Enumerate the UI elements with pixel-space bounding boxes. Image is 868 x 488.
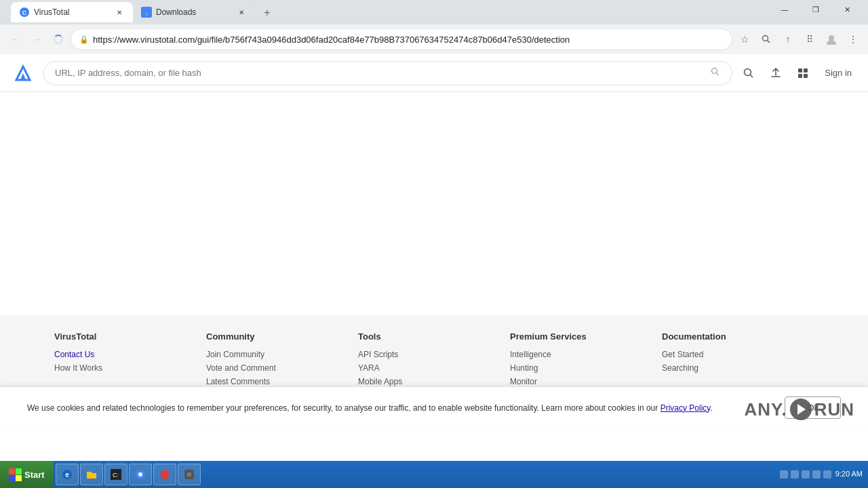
svg-rect-21 <box>16 475 22 481</box>
lock-icon: 🔒 <box>79 35 89 44</box>
svg-rect-19 <box>16 468 22 474</box>
address-bar[interactable]: 🔒 <box>71 28 732 50</box>
upload-icon[interactable]: ↑ <box>778 30 797 49</box>
footer-link-how-it-works[interactable]: How It Works <box>54 363 206 373</box>
footer-link-get-started[interactable]: Get Started <box>662 350 814 359</box>
svg-rect-14 <box>798 68 802 73</box>
footer-link-hunting[interactable]: Hunting <box>510 363 662 373</box>
start-button[interactable]: Start <box>0 461 53 488</box>
svg-point-10 <box>712 68 717 74</box>
footer-link-api-scripts[interactable]: API Scripts <box>358 350 510 359</box>
cmd-icon: C: <box>111 469 121 480</box>
virustotal-favicon: C <box>19 7 30 18</box>
footer-col-tools: Tools API Scripts YARA Mobile Apps <box>358 331 510 390</box>
search-icon[interactable] <box>757 30 776 49</box>
footer-link-vote-comment[interactable]: Vote and Comment <box>206 363 358 373</box>
footer-col-community-title: Community <box>206 331 358 342</box>
menu-icon[interactable]: ⋮ <box>844 30 863 49</box>
sys-icon-5 <box>823 470 831 479</box>
ie-icon: e <box>62 469 73 480</box>
forward-button[interactable]: → <box>27 30 46 49</box>
svg-text:C:: C: <box>113 472 119 479</box>
bookmark-button[interactable]: ☆ <box>735 30 754 49</box>
footer-link-join-community[interactable]: Join Community <box>206 350 358 359</box>
anyrun-run: RUN <box>814 399 854 420</box>
footer-link-contact-us[interactable]: Contact Us <box>54 350 206 359</box>
minimize-button[interactable]: — <box>769 0 800 19</box>
vt-grid-button[interactable] <box>792 62 814 84</box>
svg-line-13 <box>751 75 753 77</box>
svg-rect-17 <box>804 74 808 78</box>
maximize-button[interactable]: ❐ <box>800 0 831 19</box>
vt-search-icon[interactable] <box>710 66 721 79</box>
footer-link-monitor[interactable]: Monitor <box>510 377 662 386</box>
anyrun-any: ANY. <box>744 399 787 420</box>
main-content <box>0 92 868 296</box>
disk-icon <box>184 469 195 480</box>
svg-rect-15 <box>804 68 808 73</box>
sys-icon-2 <box>791 470 799 479</box>
svg-text:e: e <box>65 471 69 479</box>
taskbar-shield[interactable] <box>153 464 176 485</box>
tab-virustotal-close[interactable]: ✕ <box>114 7 125 18</box>
window-controls: — ❐ ✕ <box>769 0 863 19</box>
taskbar-chrome[interactable] <box>129 464 152 485</box>
address-input[interactable] <box>93 35 724 45</box>
footer-link-latest-comments[interactable]: Latest Comments <box>206 377 358 386</box>
footer-col-docs: Documentation Get Started Searching <box>662 331 814 390</box>
clock: 9:20 AM <box>835 469 863 479</box>
footer-link-yara[interactable]: YARA <box>358 363 510 373</box>
tab-virustotal[interactable]: C VirusTotal ✕ <box>11 2 133 22</box>
taskbar-cmd[interactable]: C: <box>104 464 127 485</box>
svg-point-6 <box>829 35 834 41</box>
tab-virustotal-title: VirusTotal <box>34 7 110 17</box>
footer-col-tools-title: Tools <box>358 331 510 342</box>
footer-link-searching[interactable]: Searching <box>662 363 814 373</box>
svg-line-5 <box>768 41 770 43</box>
tabs-bar: C VirusTotal ✕ ↓ Downloads ✕ + <box>5 2 769 22</box>
anyrun-watermark: ANY. RUN <box>744 399 854 420</box>
folder-icon <box>86 469 97 480</box>
footer-col-virustotal-title: VirusTotal <box>54 331 206 342</box>
footer-col-docs-title: Documentation <box>662 331 814 342</box>
start-label: Start <box>24 470 45 480</box>
vt-search-box[interactable] <box>43 61 732 85</box>
tab-downloads-close[interactable]: ✕ <box>236 7 247 18</box>
svg-point-27 <box>138 472 142 476</box>
new-tab-button[interactable]: + <box>258 3 277 22</box>
sys-icon-3 <box>802 470 810 479</box>
reload-button[interactable] <box>49 30 68 49</box>
back-button[interactable]: ← <box>5 30 24 49</box>
sign-in-button[interactable]: Sign in <box>819 68 857 78</box>
profile-icon[interactable] <box>822 30 841 49</box>
downloads-favicon: ↓ <box>141 7 152 18</box>
close-button[interactable]: ✕ <box>831 0 863 19</box>
virustotal-logo[interactable] <box>11 61 35 85</box>
svg-text:C: C <box>22 9 27 16</box>
taskbar-ie[interactable]: e <box>56 464 79 485</box>
taskbar-disk[interactable] <box>178 464 201 485</box>
taskbar-right: 9:20 AM <box>774 469 868 479</box>
svg-rect-20 <box>9 475 15 481</box>
footer-link-intelligence[interactable]: Intelligence <box>510 350 662 359</box>
vt-search-input[interactable] <box>55 68 710 78</box>
svg-point-30 <box>189 474 190 475</box>
address-bar-actions: ☆ ↑ ⠿ ⋮ <box>735 30 863 49</box>
taskbar: Start e C: <box>0 461 868 488</box>
chrome-window: C VirusTotal ✕ ↓ Downloads ✕ + <box>0 0 868 461</box>
vt-search-button[interactable] <box>738 62 760 84</box>
vt-upload-button[interactable] <box>765 62 787 84</box>
apps-icon[interactable]: ⠿ <box>800 30 819 49</box>
footer-col-virustotal: VirusTotal Contact Us How It Works <box>54 331 206 390</box>
shield-icon <box>159 469 170 480</box>
privacy-policy-link[interactable]: Privacy Policy <box>660 403 711 413</box>
footer-link-mobile-apps[interactable]: Mobile Apps <box>358 377 510 386</box>
chrome-icon <box>135 469 146 480</box>
clock-time: 9:20 AM <box>835 469 863 479</box>
address-bar-row: ← → 🔒 ☆ ↑ ⠿ ⋮ <box>0 24 868 54</box>
vt-navbar: Sign in <box>0 54 868 92</box>
svg-line-11 <box>717 73 719 76</box>
tab-downloads[interactable]: ↓ Downloads ✕ <box>133 2 255 22</box>
taskbar-folder[interactable] <box>80 464 103 485</box>
footer-col-premium: Premium Services Intelligence Hunting Mo… <box>510 331 662 390</box>
